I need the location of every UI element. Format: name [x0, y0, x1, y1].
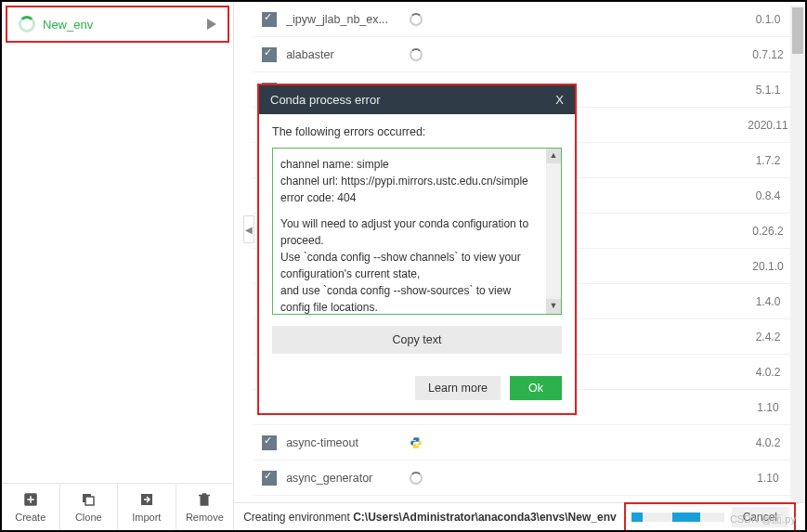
package-row[interactable]: _ipyw_jlab_nb_ex...0.1.0 [253, 2, 805, 37]
clone-button[interactable]: Clone [60, 484, 119, 530]
sidebar: New_env Create Clone Import Remove [2, 2, 234, 530]
checkbox-icon[interactable] [262, 47, 277, 62]
copy-text-button[interactable]: Copy text [272, 326, 562, 354]
env-label: New_env [43, 18, 200, 32]
spinner-icon [19, 16, 35, 32]
scroll-down-icon[interactable]: ▼ [546, 299, 561, 314]
import-icon [138, 491, 155, 508]
status-bar: Creating environment C:\Users\Administra… [234, 502, 805, 530]
loading-icon [410, 48, 423, 61]
package-name: async_generator [286, 472, 397, 485]
progress-bar [631, 513, 724, 522]
package-name: async-timeout [286, 436, 397, 449]
dialog-message: The following errors occurred: [272, 125, 562, 138]
package-row[interactable]: async-timeout4.0.2 [253, 425, 805, 461]
checkbox-icon[interactable] [262, 471, 277, 486]
sidebar-collapse-handle[interactable]: ◀ [243, 215, 254, 243]
textbox-scrollbar[interactable]: ▲ ▼ [546, 149, 561, 314]
dialog-titlebar[interactable]: Conda process error X [259, 85, 575, 114]
package-row[interactable]: alabaster0.7.12 [253, 37, 805, 72]
checkbox-icon[interactable] [262, 435, 277, 450]
trash-icon [196, 491, 213, 508]
clone-icon [80, 491, 97, 508]
create-button[interactable]: Create [2, 484, 60, 530]
sidebar-actions: Create Clone Import Remove [2, 483, 233, 530]
svg-rect-4 [85, 497, 94, 505]
dialog-title: Conda process error [270, 93, 381, 107]
package-row[interactable]: async_generator1.10 [253, 461, 805, 496]
ok-button[interactable]: Ok [510, 376, 562, 400]
play-icon[interactable] [207, 19, 216, 30]
python-icon [410, 436, 423, 449]
env-item-new-env[interactable]: New_env [6, 6, 229, 43]
learn-more-button[interactable]: Learn more [415, 376, 501, 400]
scrollbar-thumb[interactable] [792, 7, 803, 54]
plus-icon [22, 491, 39, 508]
package-name: _ipyw_jlab_nb_ex... [286, 13, 397, 26]
remove-button[interactable]: Remove [176, 484, 234, 530]
error-dialog: Conda process error X The following erro… [257, 84, 577, 415]
svg-rect-2 [27, 499, 34, 500]
scrollbar[interactable] [790, 6, 805, 502]
status-text: Creating environment C:\Users\Administra… [243, 511, 617, 524]
close-icon[interactable]: X [555, 93, 564, 107]
scroll-up-icon[interactable]: ▲ [546, 149, 561, 163]
error-text-box[interactable]: channel name: simple channel url: https:… [272, 148, 562, 315]
package-name: alabaster [286, 48, 397, 61]
loading-icon [410, 472, 423, 485]
checkbox-icon[interactable] [262, 12, 277, 27]
loading-icon [410, 13, 423, 26]
watermark: CSDN @面.py [730, 513, 796, 526]
import-button[interactable]: Import [118, 484, 176, 530]
